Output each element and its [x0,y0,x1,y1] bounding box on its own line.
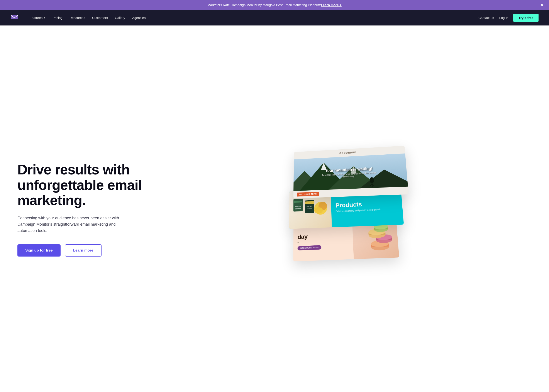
nav-item-agencies[interactable]: Agencies [130,14,148,21]
hero-title: Drive results with unforgettable email m… [17,162,144,208]
nav-item-features[interactable]: Features ▼ [27,14,48,21]
banner-close-button[interactable]: ✕ [540,3,544,7]
svg-text:CHICKEN: CHICKEN [295,208,301,210]
svg-line-8 [372,183,372,187]
hero-image: GROUNDED [144,144,532,275]
hero-buttons: Sign up for free Learn more [17,244,144,257]
banner-link[interactable]: Learn more > [321,3,342,7]
hero-description: Connecting with your audience has never … [17,215,126,234]
banner-text: Marketers Rate Campaign Monitor by Marig… [207,3,321,7]
email-stack: GROUNDED [270,148,405,270]
card1-cta-button: GET YOUR GEAR [297,192,319,197]
nav-link-pricing[interactable]: Pricing [50,14,65,21]
navbar: Features ▼ Pricing Resources Customers G… [0,10,549,26]
nav-item-resources[interactable]: Resources [67,14,88,21]
login-link[interactable]: Log in [499,16,508,20]
nav-link-resources[interactable]: Resources [67,14,88,21]
nav-item-pricing[interactable]: Pricing [50,14,65,21]
svg-text:PROTEIN: PROTEIN [307,205,312,207]
hero-content: Drive results with unforgettable email m… [17,162,144,257]
nav-link-customers[interactable]: Customers [90,14,111,21]
campaign-monitor-logo-icon [10,14,18,21]
announcement-banner: Marketers Rate Campaign Monitor by Marig… [0,0,549,10]
svg-rect-11 [294,199,303,212]
nav-item-customers[interactable]: Customers [90,14,111,21]
learn-more-button[interactable]: Learn more [65,244,102,257]
email-card-mountain: GROUNDED [294,146,409,198]
nav-link-agencies[interactable]: Agencies [130,14,148,21]
nav-link-features[interactable]: Features ▼ [27,14,48,21]
features-chevron-icon: ▼ [43,17,46,19]
nav-logo[interactable] [10,14,18,21]
hero-section: Drive results with unforgettable email m… [0,26,549,392]
card2-heading: Products [336,199,398,208]
nav-left: Features ▼ Pricing Resources Customers G… [10,14,148,21]
try-it-free-button[interactable]: Try it free [513,14,539,22]
card1-image: Your mountain is waiting! Two steps left… [294,154,408,191]
nav-item-gallery[interactable]: Gallery [112,14,128,21]
nav-link-gallery[interactable]: Gallery [112,14,128,21]
contact-us-link[interactable]: Contact us [479,16,494,20]
svg-text:TOUCH: TOUCH [307,208,311,209]
nav-right: Contact us Log in Try it free [479,14,539,22]
nav-links: Features ▼ Pricing Resources Customers G… [27,14,148,21]
svg-rect-16 [305,201,314,204]
svg-text:SLICED: SLICED [296,206,301,208]
signup-button[interactable]: Sign up for free [17,244,61,257]
card3-cta-button: PICK YOURS TODAY [298,245,321,250]
